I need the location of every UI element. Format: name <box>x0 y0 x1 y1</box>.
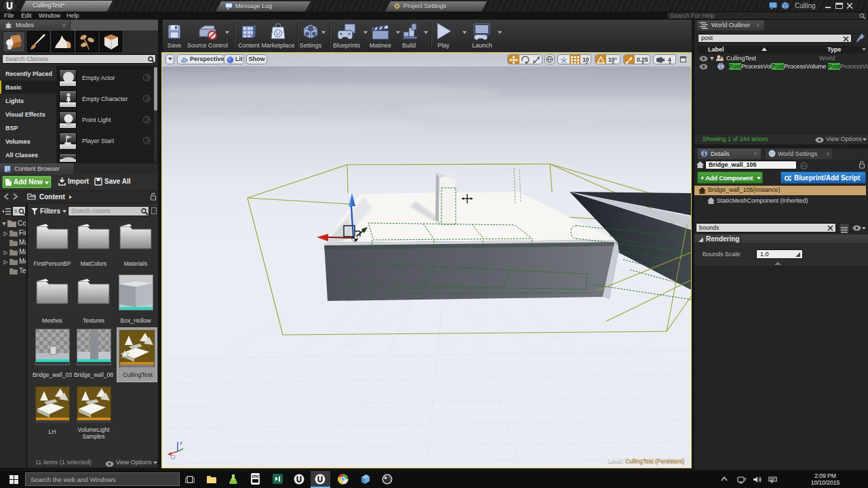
svg-text:z: z <box>180 440 182 446</box>
svg-text:EPIC: EPIC <box>252 474 260 479</box>
